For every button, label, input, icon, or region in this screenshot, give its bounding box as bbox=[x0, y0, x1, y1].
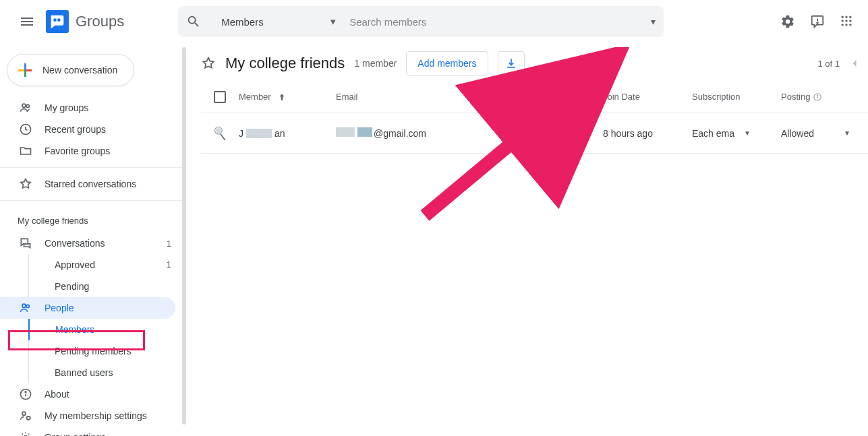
people-icon bbox=[19, 101, 32, 115]
member-join-date: 8 hours ago bbox=[603, 128, 692, 139]
pager-prev-icon[interactable] bbox=[848, 57, 861, 70]
svg-point-5 bbox=[845, 16, 847, 18]
col-header-member[interactable]: Member bbox=[239, 92, 336, 102]
folder-icon bbox=[19, 144, 32, 158]
role-value: Owner bbox=[513, 128, 540, 139]
search-options-caret-icon[interactable]: ▾ bbox=[651, 16, 656, 27]
col-header-email[interactable]: Email bbox=[336, 92, 513, 102]
svg-point-9 bbox=[849, 20, 851, 22]
nav-label: Starred conversations bbox=[45, 179, 136, 189]
search-scope-dropdown[interactable]: Members ▾ bbox=[221, 15, 336, 28]
nav-label: My groups bbox=[45, 102, 88, 113]
sort-up-icon bbox=[277, 92, 287, 102]
apps-grid-icon[interactable] bbox=[840, 14, 855, 29]
svg-point-21 bbox=[22, 412, 26, 415]
svg-point-16 bbox=[22, 304, 26, 307]
sidebar-item-conversations[interactable]: Conversations 1 bbox=[0, 232, 182, 254]
nav-label: Banned users bbox=[55, 367, 113, 378]
sidebar-item-recent-groups[interactable]: Recent groups bbox=[0, 119, 182, 140]
sidebar-subitem-pending-members[interactable]: Pending members bbox=[28, 340, 182, 362]
nav-label: Pending bbox=[55, 281, 89, 292]
svg-point-12 bbox=[849, 24, 851, 26]
sidebar-item-favorite-groups[interactable]: Favorite groups bbox=[0, 140, 182, 162]
member-name: Jan bbox=[239, 128, 285, 139]
nav-label: Group settings bbox=[45, 432, 106, 436]
info-icon[interactable] bbox=[813, 92, 822, 102]
sidebar-item-membership-settings[interactable]: My membership settings bbox=[0, 405, 182, 427]
sidebar-subitem-banned[interactable]: Banned users bbox=[28, 362, 182, 383]
caret-down-icon: ▼ bbox=[550, 129, 556, 137]
sidebar-subitem-pending[interactable]: Pending bbox=[28, 276, 182, 297]
app-logo[interactable]: Groups bbox=[46, 10, 124, 33]
member-count-label: 1 member bbox=[354, 58, 397, 69]
sidebar-subitem-approved[interactable]: Approved 1 bbox=[28, 254, 182, 276]
svg-point-28 bbox=[216, 128, 221, 133]
search-icon[interactable] bbox=[186, 14, 201, 29]
add-members-label: Add members bbox=[417, 58, 476, 69]
nav-label: Members bbox=[55, 324, 94, 335]
search-bar[interactable]: Members ▾ ▾ bbox=[178, 6, 664, 37]
nav-label: About bbox=[45, 389, 69, 400]
nav-label: Approved bbox=[55, 259, 95, 270]
sidebar-item-starred[interactable]: Starred conversations bbox=[0, 173, 182, 195]
pager: 1 of 1 bbox=[817, 57, 868, 70]
nav-count: 1 bbox=[166, 259, 182, 270]
pager-text: 1 of 1 bbox=[817, 59, 840, 69]
col-header-role[interactable]: Role bbox=[513, 92, 603, 102]
export-button[interactable] bbox=[498, 51, 525, 75]
group-section-label: My college friends bbox=[0, 206, 182, 232]
caret-down-icon: ▼ bbox=[844, 129, 850, 137]
sidebar-item-my-groups[interactable]: My groups bbox=[0, 97, 182, 119]
col-header-posting[interactable]: Posting bbox=[781, 92, 855, 102]
svg-point-10 bbox=[842, 24, 844, 26]
select-all-checkbox[interactable] bbox=[214, 91, 226, 103]
sidebar: New conversation My groups Recent groups… bbox=[0, 43, 182, 436]
svg-point-6 bbox=[849, 16, 851, 18]
svg-point-20 bbox=[25, 392, 26, 393]
new-conversation-label: New conversation bbox=[42, 65, 117, 75]
star-icon bbox=[19, 177, 32, 191]
nav-label: My membership settings bbox=[45, 410, 147, 421]
svg-point-8 bbox=[845, 20, 847, 22]
table-row[interactable]: Jan @gmail.com Owner▼ 8 hours ago Each e… bbox=[201, 113, 868, 154]
col-label: Email bbox=[336, 92, 358, 102]
nav-label: Recent groups bbox=[45, 124, 106, 135]
member-role-dropdown[interactable]: Owner▼ bbox=[513, 128, 603, 139]
download-icon bbox=[504, 57, 518, 70]
add-members-button[interactable]: Add members bbox=[406, 51, 488, 75]
nav-count: 1 bbox=[167, 239, 171, 249]
caret-down-icon: ▾ bbox=[330, 15, 336, 28]
search-scope-label: Members bbox=[221, 16, 264, 28]
feedback-icon[interactable] bbox=[810, 14, 825, 29]
sidebar-item-people[interactable]: People bbox=[0, 297, 182, 319]
sidebar-item-group-settings[interactable]: Group settings bbox=[0, 427, 182, 436]
main-content: My college friends 1 member Add members … bbox=[182, 43, 868, 436]
groups-logo-icon bbox=[46, 10, 69, 33]
col-label: Member bbox=[239, 92, 271, 102]
new-conversation-button[interactable]: New conversation bbox=[7, 54, 134, 86]
col-header-subscription[interactable]: Subscription bbox=[692, 92, 781, 102]
member-subscription-dropdown[interactable]: Each ema▼ bbox=[692, 128, 781, 139]
svg-point-11 bbox=[845, 24, 847, 26]
svg-point-13 bbox=[22, 104, 26, 107]
svg-point-7 bbox=[842, 20, 844, 22]
nav-label: People bbox=[45, 303, 74, 313]
svg-point-1 bbox=[57, 18, 61, 22]
hamburger-menu-icon[interactable] bbox=[11, 5, 43, 38]
star-outline-icon[interactable] bbox=[201, 56, 216, 71]
col-header-join[interactable]: Join Date bbox=[603, 92, 692, 102]
col-label: Join Date bbox=[603, 92, 640, 102]
conversations-icon bbox=[19, 237, 32, 250]
member-posting-dropdown[interactable]: Allowed▼ bbox=[781, 128, 855, 139]
member-email: @gmail.com bbox=[336, 127, 513, 139]
post-value: Allowed bbox=[781, 128, 814, 139]
people-group-icon bbox=[19, 301, 32, 315]
sidebar-item-about[interactable]: About bbox=[0, 383, 182, 405]
page-title: My college friends bbox=[225, 55, 345, 72]
settings-gear-icon[interactable] bbox=[780, 14, 795, 29]
svg-point-14 bbox=[26, 104, 29, 107]
search-input[interactable] bbox=[349, 16, 651, 28]
sidebar-subitem-members[interactable]: Members bbox=[28, 319, 182, 340]
svg-point-17 bbox=[26, 305, 29, 307]
member-avatar-icon bbox=[211, 125, 229, 142]
